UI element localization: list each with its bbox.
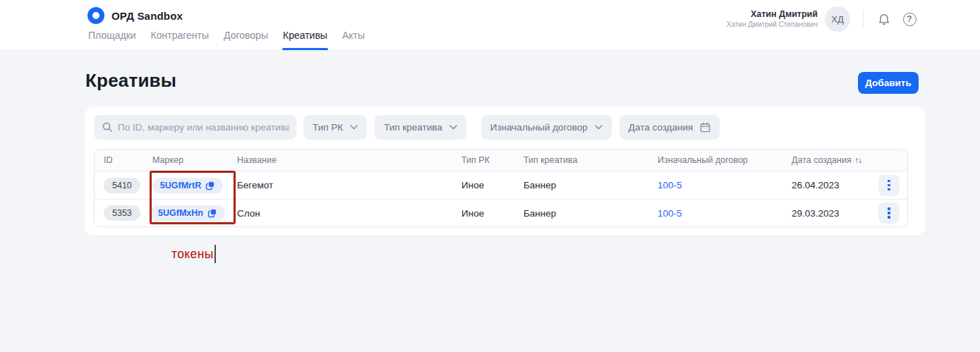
- actions-cell: [869, 175, 908, 196]
- chevron-down-icon: [350, 125, 358, 130]
- filter-date-created-label: Дата создания: [629, 122, 694, 133]
- filter-type-rk-label: Тип РК: [313, 122, 343, 133]
- creatives-card: Тип РК Тип креатива Изначальный договор …: [85, 107, 925, 236]
- chevron-down-icon: [595, 125, 603, 130]
- top-bar: ОРД Sandbox Площадки Контрагенты Договор…: [0, 0, 980, 51]
- app-title: ОРД Sandbox: [111, 10, 183, 22]
- type-rk-cell: Иное: [454, 180, 516, 190]
- user-area: Хатин Дмитрий Хатин Дмитрий Степанович Х…: [727, 6, 917, 32]
- contract-link[interactable]: 100-5: [658, 180, 682, 190]
- copy-icon[interactable]: [205, 181, 215, 190]
- name-cell: Слон: [230, 208, 454, 219]
- calendar-icon: [700, 122, 710, 133]
- nav-item-ploshchadki[interactable]: Площадки: [87, 30, 137, 50]
- filter-initial-contract[interactable]: Изначальный договор: [481, 115, 612, 140]
- id-cell: 5410: [95, 178, 145, 193]
- search-input[interactable]: [94, 115, 296, 140]
- text-cursor: [214, 245, 217, 263]
- col-header-name: Название: [230, 155, 454, 165]
- col-header-date-created[interactable]: Дата создания↑↓: [785, 155, 869, 165]
- col-header-creative-type: Тип креатива: [516, 155, 651, 165]
- date-created-cell: 26.04.2023: [785, 180, 869, 190]
- type-rk-cell: Иное: [454, 208, 516, 219]
- col-header-id: ID: [95, 155, 145, 165]
- user-name: Хатин Дмитрий: [727, 9, 818, 20]
- initial-contract-cell: 100-5: [651, 180, 785, 190]
- date-created-cell: 29.03.2023: [785, 208, 869, 219]
- divider: [863, 10, 864, 28]
- filters-bar: Тип РК Тип креатива Изначальный договор …: [94, 115, 720, 140]
- help-icon[interactable]: ?: [902, 11, 917, 27]
- kebab-menu-button[interactable]: [878, 202, 900, 224]
- contract-link[interactable]: 100-5: [658, 208, 682, 219]
- bell-icon[interactable]: [876, 11, 892, 27]
- creative-type-cell: Баннер: [516, 208, 651, 219]
- copy-icon[interactable]: [207, 208, 217, 218]
- nav-item-akty[interactable]: Акты: [341, 30, 365, 50]
- avatar[interactable]: ХД: [825, 6, 850, 32]
- filter-initial-contract-label: Изначальный договор: [490, 122, 588, 133]
- user-names: Хатин Дмитрий Хатин Дмитрий Степанович: [727, 9, 818, 29]
- main-nav: Площадки Контрагенты Договоры Креативы А…: [87, 30, 365, 50]
- annotation-text: токены: [171, 247, 214, 262]
- id-badge: 5353: [104, 205, 140, 221]
- marker-token[interactable]: 5UGfMrtR: [152, 178, 223, 193]
- creatives-table: ID Маркер Название Тип РК Тип креатива И…: [94, 149, 908, 227]
- add-button[interactable]: Добавить: [858, 72, 919, 94]
- id-badge: 5410: [104, 178, 140, 193]
- actions-cell: [869, 202, 908, 224]
- user-full-name: Хатин Дмитрий Степанович: [727, 20, 818, 30]
- nav-item-dogovory[interactable]: Договоры: [223, 30, 269, 50]
- marker-token[interactable]: 5UGfMxHn: [150, 205, 225, 221]
- table-row: 5410 5UGfMrtR Бегемот Иное Баннер 100-5: [95, 171, 907, 199]
- filter-creative-type[interactable]: Тип креатива: [375, 115, 466, 140]
- sort-icon[interactable]: ↑↓: [855, 156, 862, 164]
- table-header-row: ID Маркер Название Тип РК Тип креатива И…: [95, 150, 907, 171]
- marker-cell: 5UGfMrtR: [145, 178, 230, 193]
- filter-type-rk[interactable]: Тип РК: [303, 115, 367, 140]
- name-cell: Бегемот: [230, 180, 454, 190]
- search-icon: [102, 121, 113, 133]
- filter-creative-type-label: Тип креатива: [384, 122, 442, 133]
- app-brand[interactable]: ОРД Sandbox: [87, 7, 183, 24]
- search-box: [94, 115, 296, 140]
- chevron-down-icon: [449, 125, 457, 130]
- col-header-marker: Маркер: [145, 155, 230, 165]
- nav-item-kontragenty[interactable]: Контрагенты: [150, 30, 210, 50]
- nav-item-kreativy[interactable]: Креативы: [282, 30, 328, 50]
- id-cell: 5353: [95, 205, 145, 221]
- creative-type-cell: Баннер: [516, 180, 651, 190]
- col-header-initial-contract: Изначальный договор: [651, 155, 785, 165]
- initial-contract-cell: 100-5: [651, 208, 785, 219]
- marker-cell: 5UGfMxHn: [145, 205, 230, 221]
- col-header-type-rk: Тип РК: [454, 155, 516, 165]
- filter-date-created[interactable]: Дата создания: [619, 115, 720, 140]
- table-row: 5353 5UGfMxHn Слон Иное Баннер 100-5: [95, 199, 907, 226]
- annotation-label: токены: [171, 245, 216, 263]
- kebab-menu-button[interactable]: [878, 175, 900, 196]
- page-title: Креативы: [85, 70, 176, 92]
- app-logo-icon: [87, 7, 104, 24]
